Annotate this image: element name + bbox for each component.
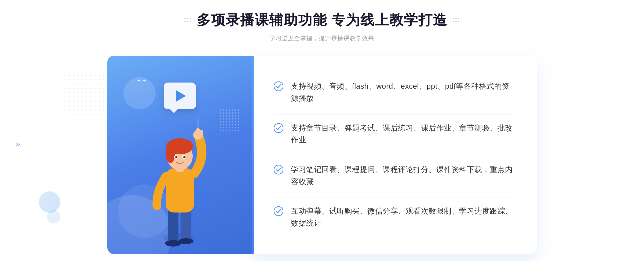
check-icon-3 bbox=[274, 165, 283, 174]
feature-item-3: 学习笔记回看、课程提问、课程评论打分、课件资料下载，重点内容收藏 bbox=[274, 156, 515, 195]
feature-item-1: 支持视频、音频、flash、word、excel、ppt、pdf等各种格式的资源… bbox=[274, 73, 515, 112]
feature-text-4: 互动弹幕、试听购买、微信分享、观看次数限制、学习进度跟踪、数据统计 bbox=[291, 205, 515, 229]
chevron-left-icon: » bbox=[16, 139, 20, 148]
illus-stripes: (function() { const stripes = document.q… bbox=[220, 109, 247, 152]
play-button-bubble bbox=[164, 83, 196, 109]
check-icon-4 bbox=[274, 206, 283, 216]
content-panel: 支持视频、音频、flash、word、excel、ppt、pdf等各种格式的资源… bbox=[252, 56, 537, 254]
page-subtitle: 学习进度全掌握，提升录播课教学效果 bbox=[184, 34, 460, 42]
svg-point-21 bbox=[274, 207, 283, 216]
check-icon-2 bbox=[274, 123, 283, 133]
play-triangle-icon bbox=[176, 90, 186, 102]
person-illustration bbox=[137, 109, 223, 254]
svg-rect-1 bbox=[168, 208, 178, 243]
deco-circle-2 bbox=[47, 210, 60, 223]
svg-point-12 bbox=[199, 130, 203, 134]
svg-point-20 bbox=[274, 165, 283, 174]
svg-rect-2 bbox=[181, 208, 191, 241]
svg-point-16 bbox=[183, 156, 185, 158]
svg-point-9 bbox=[166, 144, 175, 163]
header-deco-right bbox=[453, 18, 460, 22]
blue-connector-bar bbox=[252, 56, 254, 254]
feature-text-3: 学习笔记回看、课程提问、课程评论打分、课件资料下载，重点内容收藏 bbox=[291, 164, 515, 188]
svg-point-18 bbox=[274, 82, 283, 91]
page-title: 多项录播课辅助功能 专为线上教学打造 bbox=[197, 11, 447, 29]
feature-text-1: 支持视频、音频、flash、word、excel、ppt、pdf等各种格式的资源… bbox=[291, 80, 515, 105]
illustration-panel: (function() { const stripes = document.q… bbox=[107, 56, 252, 254]
check-icon-1 bbox=[274, 81, 283, 91]
feature-item-4: 互动弹幕、试听购买、微信分享、观看次数限制、学习进度跟踪、数据统计 bbox=[274, 197, 515, 237]
deco-circle-1 bbox=[39, 191, 60, 213]
sparkle-icon: ✦ ✦ bbox=[137, 78, 146, 84]
feature-item-2: 支持章节目录、弹题考试、课后练习、课后作业、章节测验、批改作业 bbox=[274, 114, 515, 154]
svg-point-4 bbox=[178, 238, 193, 244]
header-deco-left bbox=[184, 18, 191, 22]
page-header: 多项录播课辅助功能 专为线上教学打造 学习进度全掌握，提升录播课教学效果 bbox=[184, 11, 460, 42]
feature-text-2: 支持章节目录、弹题考试、课后练习、课后作业、章节测验、批改作业 bbox=[291, 122, 515, 146]
svg-point-15 bbox=[175, 156, 177, 158]
main-content: (function() { const stripes = document.q… bbox=[107, 56, 537, 254]
dot-pattern-left: (function() { const dp = document.queryS… bbox=[64, 75, 106, 116]
svg-point-19 bbox=[274, 124, 283, 133]
